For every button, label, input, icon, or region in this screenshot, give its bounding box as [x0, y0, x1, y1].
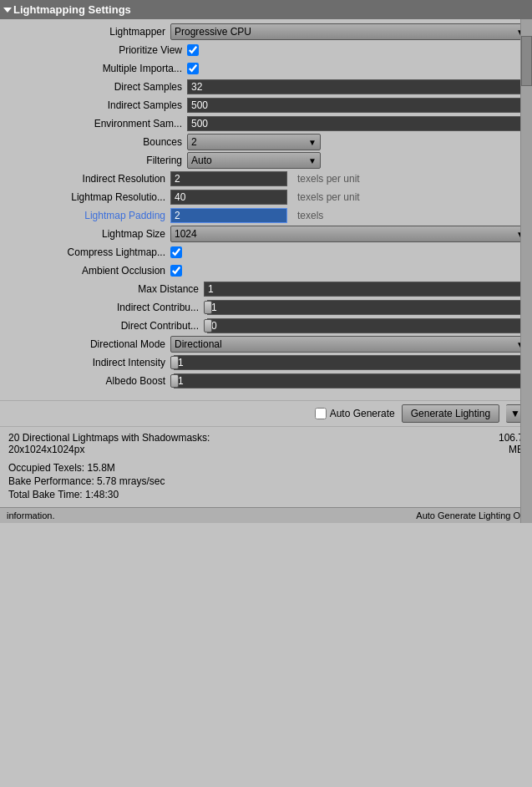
indirect-intensity-value: [170, 355, 529, 370]
max-distance-input[interactable]: [204, 282, 529, 297]
bounces-dropdown[interactable]: 2 ▼: [187, 134, 321, 150]
bounces-row: Bounces 2 ▼: [0, 133, 532, 151]
max-distance-label: Max Distance: [3, 283, 204, 295]
direct-contribution-label: Direct Contribut...: [3, 320, 204, 332]
compress-lightmaps-checkbox[interactable]: [170, 246, 182, 258]
lightmapper-label: Lightmapper: [3, 26, 170, 38]
indirect-contribution-input[interactable]: [207, 300, 529, 315]
lightmap-size-value: 1024 ▼: [170, 226, 529, 242]
indirect-intensity-thumb[interactable]: [170, 356, 179, 369]
lightmap-resolution-input[interactable]: [170, 190, 287, 205]
prioritize-view-checkbox[interactable]: [187, 44, 199, 56]
occupied-texels-line: Occupied Texels: 15.8M: [8, 462, 524, 474]
indirect-samples-input[interactable]: [187, 98, 529, 113]
directional-mode-dropdown[interactable]: Directional ▼: [170, 336, 529, 353]
indirect-contribution-label: Indirect Contribu...: [3, 302, 204, 313]
directional-mode-value: Directional ▼: [170, 336, 529, 353]
multiple-importance-checkbox[interactable]: [187, 63, 199, 74]
prioritize-view-label: Prioritize View: [3, 44, 187, 56]
generate-lighting-button[interactable]: Generate Lighting: [402, 404, 499, 423]
direct-samples-row: Direct Samples: [0, 78, 532, 96]
auto-generate-label: Auto Generate: [330, 408, 395, 419]
max-distance-row: Max Distance: [0, 280, 532, 298]
direct-contribution-thumb[interactable]: [204, 319, 212, 333]
indirect-intensity-input[interactable]: [174, 355, 529, 370]
lightmapping-panel: Lightmapping Settings Lightmapper Progre…: [0, 0, 532, 523]
filtering-label: Filtering: [3, 155, 187, 166]
indirect-samples-label: Indirect Samples: [3, 99, 187, 111]
indirect-contribution-thumb[interactable]: [204, 301, 212, 314]
albedo-boost-thumb[interactable]: [170, 374, 179, 388]
indirect-contribution-value: [204, 300, 529, 315]
indirect-contribution-row: Indirect Contribu...: [0, 298, 532, 317]
direct-contribution-row: Direct Contribut...: [0, 317, 532, 335]
prioritize-view-value: [187, 44, 529, 56]
lightmapper-dropdown[interactable]: Progressive CPU ▼: [170, 23, 529, 40]
lightmap-resolution-value: texels per unit: [170, 190, 529, 205]
lightmap-padding-input[interactable]: [170, 208, 287, 223]
bounces-arrow-icon: ▼: [308, 138, 317, 147]
auto-generate-checkbox[interactable]: [315, 408, 327, 419]
direct-contribution-value: [204, 318, 529, 333]
status-right: Auto Generate Lighting Off: [416, 510, 525, 520]
lightmap-padding-unit: texels: [297, 210, 323, 221]
filtering-dropdown[interactable]: Auto ▼: [187, 152, 321, 169]
collapse-icon[interactable]: [3, 8, 12, 13]
total-bake-time-line: Total Bake Time: 1:48:30: [8, 489, 524, 500]
info-stats: Occupied Texels: 15.8M Bake Performance:…: [8, 462, 524, 500]
lightmap-padding-row: Lightmap Padding texels: [0, 206, 532, 225]
compress-lightmaps-label: Compress Lightmap...: [3, 246, 170, 258]
lightmap-size-row: Lightmap Size 1024 ▼: [0, 225, 532, 243]
direct-samples-label: Direct Samples: [3, 81, 187, 93]
albedo-boost-input[interactable]: [174, 373, 529, 388]
bake-performance-line: Bake Performance: 5.78 mrays/sec: [8, 475, 524, 487]
albedo-boost-value: [170, 373, 529, 388]
direct-samples-value: [187, 79, 529, 94]
indirect-intensity-label: Indirect Intensity: [3, 357, 170, 368]
panel-content: Lightmapper Progressive CPU ▼ Prioritize…: [0, 19, 532, 523]
scrollbar-thumb[interactable]: [521, 36, 532, 86]
ambient-occlusion-checkbox[interactable]: [170, 265, 182, 277]
status-left: information.: [7, 510, 54, 520]
scrollbar[interactable]: [520, 19, 532, 523]
lightmap-size-label: Lightmap Size: [3, 228, 170, 240]
direct-samples-input[interactable]: [187, 79, 529, 94]
indirect-resolution-row: Indirect Resolution texels per unit: [0, 170, 532, 188]
settings-area: Lightmapper Progressive CPU ▼ Prioritize…: [0, 19, 532, 394]
bounces-value: 2 ▼: [187, 134, 529, 150]
lightmapper-value: Progressive CPU ▼: [170, 23, 529, 40]
info-area: 20 Directional Lightmaps with Shadowmask…: [0, 426, 532, 507]
lightmap-resolution-label: Lightmap Resolutio...: [3, 191, 170, 203]
lightmap-padding-value: texels: [170, 208, 529, 223]
environment-samples-value: [187, 116, 529, 131]
environment-samples-input[interactable]: [187, 116, 529, 131]
albedo-boost-label: Albedo Boost: [3, 375, 170, 387]
lightmap-resolution-row: Lightmap Resolutio... texels per unit: [0, 188, 532, 206]
indirect-resolution-input[interactable]: [170, 171, 287, 186]
directional-mode-label: Directional Mode: [3, 338, 170, 350]
directional-mode-row: Directional Mode Directional ▼: [0, 335, 532, 353]
lightmap-padding-label: Lightmap Padding: [3, 210, 170, 221]
bounces-label: Bounces: [3, 136, 187, 148]
indirect-resolution-value: texels per unit: [170, 171, 529, 186]
albedo-boost-row: Albedo Boost: [0, 372, 532, 390]
environment-samples-row: Environment Sam...: [0, 114, 532, 133]
indirect-resolution-unit: texels per unit: [297, 173, 360, 185]
lightmap-resolution-unit: texels per unit: [297, 191, 360, 203]
compress-lightmaps-row: Compress Lightmap...: [0, 243, 532, 261]
indirect-resolution-label: Indirect Resolution: [3, 173, 170, 185]
lightmaps-line2: 20x1024x1024px: [8, 444, 210, 455]
auto-generate-wrapper: Auto Generate: [315, 408, 395, 419]
panel-title: Lightmapping Settings: [13, 3, 131, 16]
direct-contribution-input[interactable]: [207, 318, 529, 333]
lightmaps-info-left: 20 Directional Lightmaps with Shadowmask…: [8, 432, 210, 455]
lightmap-size-dropdown[interactable]: 1024 ▼: [170, 226, 529, 242]
ambient-occlusion-row: Ambient Occlusion: [0, 261, 532, 280]
bottom-bar: Auto Generate Generate Lighting ▼: [0, 400, 532, 426]
lightmaps-line1: 20 Directional Lightmaps with Shadowmask…: [8, 432, 210, 444]
filtering-value: Auto ▼: [187, 152, 529, 169]
indirect-samples-value: [187, 98, 529, 113]
ambient-occlusion-label: Ambient Occlusion: [3, 265, 170, 277]
status-bar: information. Auto Generate Lighting Off: [0, 507, 532, 523]
panel-header: Lightmapping Settings: [0, 0, 532, 19]
